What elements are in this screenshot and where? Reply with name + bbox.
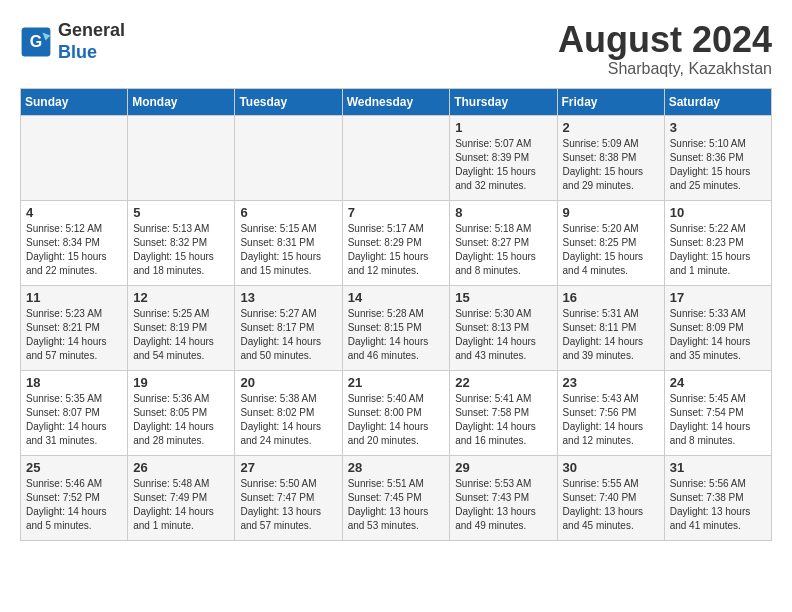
- calendar-cell: 4Sunrise: 5:12 AM Sunset: 8:34 PM Daylig…: [21, 200, 128, 285]
- day-info: Sunrise: 5:51 AM Sunset: 7:45 PM Dayligh…: [348, 477, 445, 533]
- day-info: Sunrise: 5:12 AM Sunset: 8:34 PM Dayligh…: [26, 222, 122, 278]
- day-number: 7: [348, 205, 445, 220]
- day-number: 5: [133, 205, 229, 220]
- day-number: 30: [563, 460, 659, 475]
- location-subtitle: Sharbaqty, Kazakhstan: [558, 60, 772, 78]
- title-block: August 2024 Sharbaqty, Kazakhstan: [558, 20, 772, 78]
- calendar-cell: 30Sunrise: 5:55 AM Sunset: 7:40 PM Dayli…: [557, 455, 664, 540]
- weekday-header-thursday: Thursday: [450, 88, 557, 115]
- calendar-cell: 6Sunrise: 5:15 AM Sunset: 8:31 PM Daylig…: [235, 200, 342, 285]
- day-info: Sunrise: 5:07 AM Sunset: 8:39 PM Dayligh…: [455, 137, 551, 193]
- day-number: 8: [455, 205, 551, 220]
- weekday-header-wednesday: Wednesday: [342, 88, 450, 115]
- day-number: 26: [133, 460, 229, 475]
- day-number: 4: [26, 205, 122, 220]
- calendar-cell: 21Sunrise: 5:40 AM Sunset: 8:00 PM Dayli…: [342, 370, 450, 455]
- weekday-header-tuesday: Tuesday: [235, 88, 342, 115]
- day-info: Sunrise: 5:09 AM Sunset: 8:38 PM Dayligh…: [563, 137, 659, 193]
- day-info: Sunrise: 5:40 AM Sunset: 8:00 PM Dayligh…: [348, 392, 445, 448]
- calendar-cell: 23Sunrise: 5:43 AM Sunset: 7:56 PM Dayli…: [557, 370, 664, 455]
- calendar-table: SundayMondayTuesdayWednesdayThursdayFrid…: [20, 88, 772, 541]
- day-number: 9: [563, 205, 659, 220]
- month-year-title: August 2024: [558, 20, 772, 60]
- day-info: Sunrise: 5:18 AM Sunset: 8:27 PM Dayligh…: [455, 222, 551, 278]
- calendar-cell: 28Sunrise: 5:51 AM Sunset: 7:45 PM Dayli…: [342, 455, 450, 540]
- calendar-week-row: 1Sunrise: 5:07 AM Sunset: 8:39 PM Daylig…: [21, 115, 772, 200]
- calendar-week-row: 11Sunrise: 5:23 AM Sunset: 8:21 PM Dayli…: [21, 285, 772, 370]
- svg-text:G: G: [30, 32, 42, 49]
- calendar-cell: [128, 115, 235, 200]
- day-number: 18: [26, 375, 122, 390]
- day-info: Sunrise: 5:23 AM Sunset: 8:21 PM Dayligh…: [26, 307, 122, 363]
- logo-icon: G: [20, 26, 52, 58]
- day-number: 27: [240, 460, 336, 475]
- weekday-header-sunday: Sunday: [21, 88, 128, 115]
- day-info: Sunrise: 5:56 AM Sunset: 7:38 PM Dayligh…: [670, 477, 766, 533]
- calendar-cell: 1Sunrise: 5:07 AM Sunset: 8:39 PM Daylig…: [450, 115, 557, 200]
- day-info: Sunrise: 5:13 AM Sunset: 8:32 PM Dayligh…: [133, 222, 229, 278]
- page-header: G General Blue August 2024 Sharbaqty, Ka…: [20, 20, 772, 78]
- calendar-cell: [342, 115, 450, 200]
- calendar-cell: 14Sunrise: 5:28 AM Sunset: 8:15 PM Dayli…: [342, 285, 450, 370]
- day-info: Sunrise: 5:22 AM Sunset: 8:23 PM Dayligh…: [670, 222, 766, 278]
- day-number: 10: [670, 205, 766, 220]
- calendar-week-row: 4Sunrise: 5:12 AM Sunset: 8:34 PM Daylig…: [21, 200, 772, 285]
- day-info: Sunrise: 5:50 AM Sunset: 7:47 PM Dayligh…: [240, 477, 336, 533]
- day-number: 3: [670, 120, 766, 135]
- calendar-cell: 8Sunrise: 5:18 AM Sunset: 8:27 PM Daylig…: [450, 200, 557, 285]
- day-number: 28: [348, 460, 445, 475]
- calendar-cell: 5Sunrise: 5:13 AM Sunset: 8:32 PM Daylig…: [128, 200, 235, 285]
- calendar-cell: 3Sunrise: 5:10 AM Sunset: 8:36 PM Daylig…: [664, 115, 771, 200]
- calendar-cell: [21, 115, 128, 200]
- day-info: Sunrise: 5:31 AM Sunset: 8:11 PM Dayligh…: [563, 307, 659, 363]
- day-number: 12: [133, 290, 229, 305]
- day-info: Sunrise: 5:41 AM Sunset: 7:58 PM Dayligh…: [455, 392, 551, 448]
- day-info: Sunrise: 5:53 AM Sunset: 7:43 PM Dayligh…: [455, 477, 551, 533]
- weekday-header-friday: Friday: [557, 88, 664, 115]
- calendar-cell: 31Sunrise: 5:56 AM Sunset: 7:38 PM Dayli…: [664, 455, 771, 540]
- day-info: Sunrise: 5:45 AM Sunset: 7:54 PM Dayligh…: [670, 392, 766, 448]
- calendar-cell: 7Sunrise: 5:17 AM Sunset: 8:29 PM Daylig…: [342, 200, 450, 285]
- day-number: 1: [455, 120, 551, 135]
- calendar-cell: 10Sunrise: 5:22 AM Sunset: 8:23 PM Dayli…: [664, 200, 771, 285]
- day-number: 6: [240, 205, 336, 220]
- day-info: Sunrise: 5:17 AM Sunset: 8:29 PM Dayligh…: [348, 222, 445, 278]
- day-info: Sunrise: 5:27 AM Sunset: 8:17 PM Dayligh…: [240, 307, 336, 363]
- day-number: 11: [26, 290, 122, 305]
- calendar-cell: 11Sunrise: 5:23 AM Sunset: 8:21 PM Dayli…: [21, 285, 128, 370]
- day-number: 17: [670, 290, 766, 305]
- calendar-cell: 22Sunrise: 5:41 AM Sunset: 7:58 PM Dayli…: [450, 370, 557, 455]
- day-info: Sunrise: 5:20 AM Sunset: 8:25 PM Dayligh…: [563, 222, 659, 278]
- weekday-header-row: SundayMondayTuesdayWednesdayThursdayFrid…: [21, 88, 772, 115]
- calendar-cell: 29Sunrise: 5:53 AM Sunset: 7:43 PM Dayli…: [450, 455, 557, 540]
- day-number: 14: [348, 290, 445, 305]
- calendar-cell: 19Sunrise: 5:36 AM Sunset: 8:05 PM Dayli…: [128, 370, 235, 455]
- day-info: Sunrise: 5:48 AM Sunset: 7:49 PM Dayligh…: [133, 477, 229, 533]
- day-number: 24: [670, 375, 766, 390]
- day-number: 29: [455, 460, 551, 475]
- logo: G General Blue: [20, 20, 125, 63]
- day-info: Sunrise: 5:33 AM Sunset: 8:09 PM Dayligh…: [670, 307, 766, 363]
- day-info: Sunrise: 5:10 AM Sunset: 8:36 PM Dayligh…: [670, 137, 766, 193]
- logo-text: General Blue: [58, 20, 125, 63]
- calendar-week-row: 25Sunrise: 5:46 AM Sunset: 7:52 PM Dayli…: [21, 455, 772, 540]
- day-info: Sunrise: 5:15 AM Sunset: 8:31 PM Dayligh…: [240, 222, 336, 278]
- calendar-cell: 9Sunrise: 5:20 AM Sunset: 8:25 PM Daylig…: [557, 200, 664, 285]
- day-number: 2: [563, 120, 659, 135]
- calendar-cell: 18Sunrise: 5:35 AM Sunset: 8:07 PM Dayli…: [21, 370, 128, 455]
- day-number: 31: [670, 460, 766, 475]
- day-number: 16: [563, 290, 659, 305]
- calendar-cell: 24Sunrise: 5:45 AM Sunset: 7:54 PM Dayli…: [664, 370, 771, 455]
- calendar-cell: 17Sunrise: 5:33 AM Sunset: 8:09 PM Dayli…: [664, 285, 771, 370]
- calendar-cell: 13Sunrise: 5:27 AM Sunset: 8:17 PM Dayli…: [235, 285, 342, 370]
- calendar-cell: [235, 115, 342, 200]
- calendar-week-row: 18Sunrise: 5:35 AM Sunset: 8:07 PM Dayli…: [21, 370, 772, 455]
- weekday-header-monday: Monday: [128, 88, 235, 115]
- day-number: 19: [133, 375, 229, 390]
- calendar-cell: 27Sunrise: 5:50 AM Sunset: 7:47 PM Dayli…: [235, 455, 342, 540]
- calendar-cell: 26Sunrise: 5:48 AM Sunset: 7:49 PM Dayli…: [128, 455, 235, 540]
- calendar-cell: 25Sunrise: 5:46 AM Sunset: 7:52 PM Dayli…: [21, 455, 128, 540]
- day-number: 15: [455, 290, 551, 305]
- day-number: 25: [26, 460, 122, 475]
- day-number: 23: [563, 375, 659, 390]
